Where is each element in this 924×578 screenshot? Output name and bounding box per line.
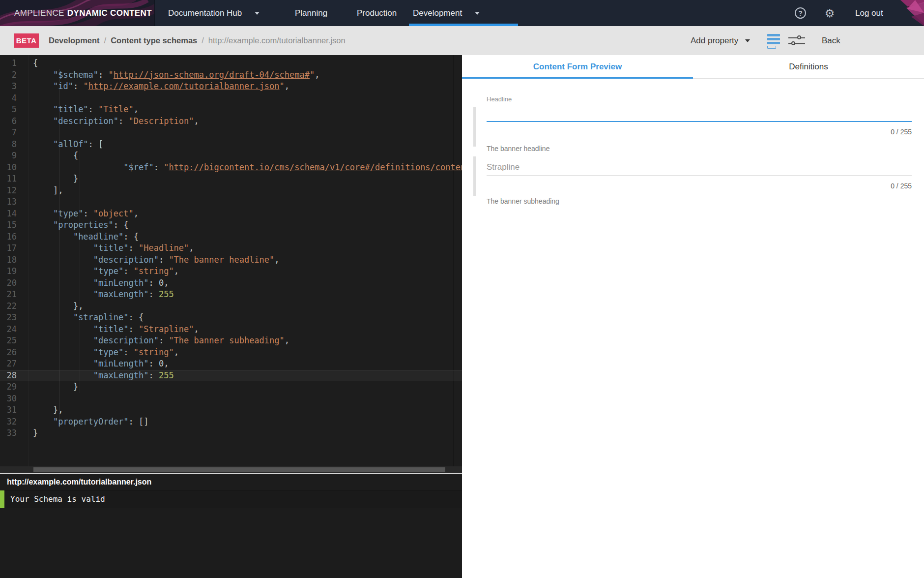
line-number: 12 xyxy=(0,185,23,197)
row-bar xyxy=(767,34,780,36)
code-line[interactable]: 5 "title": "Title", xyxy=(0,104,462,116)
code-line[interactable]: 9 { xyxy=(0,150,462,162)
code-lines: 1{2 "$schema": "http://json-schema.org/d… xyxy=(0,58,462,439)
code-text: "type": "object", xyxy=(23,208,139,220)
code-line[interactable]: 31 }, xyxy=(0,404,462,416)
code-line[interactable]: 14 "type": "object", xyxy=(0,208,462,220)
code-line[interactable]: 24 "title": "Strapline", xyxy=(0,324,462,335)
preview-pane: Content Form Preview Definitions Headlin… xyxy=(462,55,924,578)
line-number: 23 xyxy=(0,312,23,324)
line-number: 20 xyxy=(0,277,23,289)
code-line[interactable]: 15 "properties": { xyxy=(0,219,462,231)
code-line[interactable]: 25 "description": "The banner subheading… xyxy=(0,335,462,347)
code-line[interactable]: 21 "maxLength": 255 xyxy=(0,289,462,301)
code-text: "minLength": 0, xyxy=(23,358,169,370)
code-text: } xyxy=(23,427,38,439)
code-line[interactable]: 19 "type": "string", xyxy=(0,266,462,277)
code-line[interactable]: 13 xyxy=(0,196,462,208)
tab-label: Content Form Preview xyxy=(533,62,622,72)
schema-editor-pane: 1{2 "$schema": "http://json-schema.org/d… xyxy=(0,55,462,578)
line-number: 25 xyxy=(0,335,23,347)
code-line[interactable]: 20 "minLength": 0, xyxy=(0,277,462,289)
back-button[interactable]: Back xyxy=(822,26,840,55)
brand-dynamic-content: DYNAMIC CONTENT xyxy=(67,8,152,18)
nav-item-production[interactable]: Production xyxy=(357,0,397,26)
line-number: 16 xyxy=(0,231,23,243)
code-line[interactable]: 8 "allOf": [ xyxy=(0,139,462,151)
line-number: 22 xyxy=(0,301,23,312)
code-line[interactable]: 30 xyxy=(0,393,462,405)
gear-glyph: ⚙ xyxy=(825,7,835,20)
amplience-logo[interactable]: AMPLIENCE DYNAMIC CONTENT xyxy=(0,0,155,26)
breadcrumb-content-type-schemas[interactable]: Content type schemas xyxy=(111,36,197,45)
breadcrumb-development[interactable]: Development xyxy=(49,36,100,45)
code-line[interactable]: 10 "$ref": "http://bigcontent.io/cms/sch… xyxy=(0,162,462,174)
code-text: } xyxy=(23,173,78,185)
code-text: ], xyxy=(23,185,63,197)
code-text xyxy=(23,127,33,139)
code-line[interactable]: 22 }, xyxy=(0,301,462,312)
scrollbar-thumb[interactable] xyxy=(33,467,445,472)
toolbar: BETA Development / Content type schemas … xyxy=(0,26,924,55)
char-counter: 0 / 255 xyxy=(891,128,912,136)
nav-item-planning[interactable]: Planning xyxy=(295,0,327,26)
code-editor[interactable]: 1{2 "$schema": "http://json-schema.org/d… xyxy=(0,55,462,466)
tab-content-form-preview[interactable]: Content Form Preview xyxy=(462,55,693,78)
code-text: "propertyOrder": [] xyxy=(23,416,148,428)
help-icon[interactable]: ? xyxy=(795,7,806,19)
nav-item-development[interactable]: Development xyxy=(413,0,480,26)
field-description: The banner subheading xyxy=(487,197,559,205)
line-number: 21 xyxy=(0,289,23,301)
line-number: 14 xyxy=(0,208,23,220)
preview-tabs: Content Form Preview Definitions xyxy=(462,55,924,79)
line-number: 9 xyxy=(0,150,23,162)
code-text xyxy=(23,393,33,405)
schema-url-text: http://example.com/tutorialbanner.json xyxy=(7,478,151,487)
code-line[interactable]: 32 "propertyOrder": [] xyxy=(0,416,462,428)
code-line[interactable]: 3 "id": "http://example.com/tutorialbann… xyxy=(0,81,462,92)
line-number: 1 xyxy=(0,58,23,69)
code-text: "allOf": [ xyxy=(23,139,103,151)
code-line[interactable]: 1{ xyxy=(0,58,462,69)
nav-item-documentation-hub[interactable]: Documentation Hub xyxy=(168,0,260,26)
line-number: 31 xyxy=(0,404,23,416)
tab-label: Definitions xyxy=(789,62,828,72)
code-line[interactable]: 2 "$schema": "http://json-schema.org/dra… xyxy=(0,69,462,81)
code-text: "title": "Headline", xyxy=(23,243,194,254)
logout-button[interactable]: Log out xyxy=(855,0,883,26)
horizontal-scrollbar[interactable] xyxy=(0,466,462,473)
line-number: 15 xyxy=(0,219,23,231)
code-text: { xyxy=(23,58,38,69)
tab-definitions[interactable]: Definitions xyxy=(693,55,924,78)
code-line[interactable]: 29 } xyxy=(0,381,462,393)
line-number: 24 xyxy=(0,324,23,335)
row-view-icon[interactable] xyxy=(767,34,780,49)
headline-input[interactable] xyxy=(487,104,912,119)
code-text: "title": "Strapline", xyxy=(23,324,199,335)
code-text: "$schema": "http://json-schema.org/draft… xyxy=(23,69,319,81)
code-line[interactable]: 17 "title": "Headline", xyxy=(0,243,462,254)
code-line[interactable]: 28 "maxLength": 255 xyxy=(0,370,462,382)
code-line[interactable]: 12 ], xyxy=(0,185,462,197)
gear-icon[interactable]: ⚙ xyxy=(824,7,836,19)
add-property-button[interactable]: Add property xyxy=(691,26,750,55)
code-line[interactable]: 33} xyxy=(0,427,462,439)
line-number: 26 xyxy=(0,347,23,359)
code-line[interactable]: 16 "headline": { xyxy=(0,231,462,243)
code-line[interactable]: 18 "description": "The banner headline", xyxy=(0,254,462,266)
code-line[interactable]: 11 } xyxy=(0,173,462,185)
code-text: "headline": { xyxy=(23,231,139,243)
settings-sliders-icon[interactable] xyxy=(788,36,805,45)
code-line[interactable]: 23 "strapline": { xyxy=(0,312,462,324)
code-text xyxy=(23,196,33,208)
schema-url-bar: http://example.com/tutorialbanner.json xyxy=(0,474,462,490)
nav-label: Documentation Hub xyxy=(168,8,242,18)
code-line[interactable]: 26 "type": "string", xyxy=(0,347,462,359)
code-line[interactable]: 4 xyxy=(0,92,462,104)
code-line[interactable]: 27 "minLength": 0, xyxy=(0,358,462,370)
line-number: 17 xyxy=(0,243,23,254)
code-line[interactable]: 7 xyxy=(0,127,462,139)
code-line[interactable]: 6 "description": "Description", xyxy=(0,116,462,127)
line-number: 7 xyxy=(0,127,23,139)
code-text: "type": "string", xyxy=(23,347,179,359)
